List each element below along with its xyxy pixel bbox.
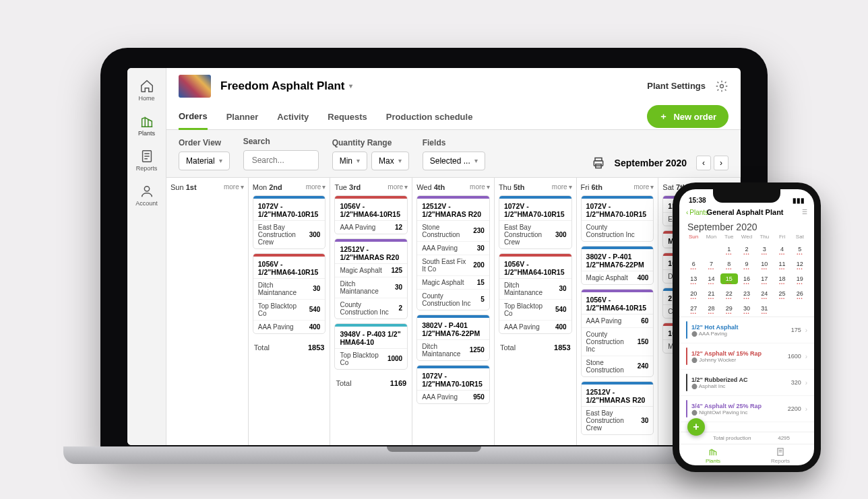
- nav-plants[interactable]: Plants: [127, 110, 166, 141]
- plant-picker[interactable]: Freedom Asphalt Plant ▾: [220, 79, 352, 93]
- order-card[interactable]: 1056V - 1/2"HMA64-10R15Ditch Maintanance…: [253, 253, 326, 334]
- phone-cal-day[interactable]: 29•••: [720, 303, 738, 314]
- phone-cal-day[interactable]: 7•••: [702, 259, 720, 269]
- phone-menu-icon[interactable]: ☰: [802, 209, 807, 215]
- nav-home[interactable]: Home: [127, 75, 166, 106]
- phone-cal-day[interactable]: 20•••: [685, 288, 702, 299]
- phone-cal-day[interactable]: 22•••: [720, 288, 738, 299]
- search-input[interactable]: [251, 155, 311, 166]
- phone-cal-day[interactable]: [685, 244, 702, 255]
- order-card[interactable]: 1056V - 1/2"HMA64-10R15AAA Paving12: [334, 195, 408, 234]
- nav-account[interactable]: Account: [127, 180, 166, 211]
- phone-cal-day[interactable]: 16•••: [738, 273, 755, 284]
- phone-title: General Asphalt Plant: [692, 208, 798, 216]
- phone-cal-day[interactable]: 26•••: [791, 288, 809, 299]
- new-order-label: New order: [673, 112, 716, 122]
- phone-footer-plants[interactable]: Plants: [679, 447, 747, 464]
- qty-min-select[interactable]: Min▾: [332, 152, 367, 170]
- phone-cal-day[interactable]: 13•••: [685, 273, 702, 284]
- tab-production-schedule[interactable]: Production schedule: [386, 105, 473, 129]
- order-view-label: Order View: [179, 138, 230, 147]
- search-label: Search: [243, 137, 319, 146]
- tab-activity[interactable]: Activity: [277, 105, 309, 129]
- phone-cal-day[interactable]: 5•••: [791, 244, 809, 255]
- phone-cal-day[interactable]: 6•••: [685, 259, 702, 269]
- phone-cal-day[interactable]: 25•••: [773, 288, 790, 299]
- phone-cal-day[interactable]: 27•••: [685, 303, 702, 314]
- phone-cal-day[interactable]: 24•••: [755, 288, 773, 299]
- plant-settings-link[interactable]: Plant Settings: [647, 81, 706, 91]
- reports-icon: [140, 149, 154, 164]
- phone-list-item[interactable]: 1/2" Hot Asphalt⬤ AAA Paving 175›: [679, 317, 814, 343]
- qty-max-select[interactable]: Max▾: [371, 152, 409, 170]
- phone-cal-day[interactable]: 8•••: [720, 259, 738, 269]
- phone-cal-day[interactable]: 14•••: [702, 273, 720, 284]
- order-card[interactable]: 3948V - P-403 1/2" HMA64-10Top Blacktop …: [334, 323, 408, 370]
- new-order-button[interactable]: ＋ New order: [647, 105, 728, 128]
- order-card[interactable]: 3802V - P-401 1/2"HMA76-22PMDitch Mainta…: [416, 314, 490, 361]
- fields-select[interactable]: Selected ...▾: [423, 152, 485, 170]
- day-more-button[interactable]: more ▾: [552, 183, 572, 191]
- prev-week-button[interactable]: ‹: [696, 156, 711, 170]
- phone-add-button[interactable]: +: [687, 418, 705, 436]
- phone-cal-day[interactable]: 21•••: [702, 288, 720, 299]
- phone-cal-day[interactable]: 17•••: [755, 273, 773, 284]
- phone-cal-day[interactable]: 19•••: [791, 273, 809, 284]
- phone-cal-day[interactable]: 11•••: [773, 259, 790, 269]
- phone-cal-day[interactable]: 12•••: [791, 259, 809, 269]
- day-header: Mon 2nd more ▾: [253, 180, 326, 195]
- phone-cal-day[interactable]: 9•••: [738, 259, 755, 269]
- day-more-button[interactable]: more ▾: [224, 183, 244, 191]
- phone-cal-day[interactable]: 15•••: [720, 273, 738, 284]
- day-more-button[interactable]: more ▾: [634, 183, 654, 191]
- month-label: September 2020: [615, 158, 687, 168]
- phone-cal-day[interactable]: [702, 244, 720, 255]
- phone-calendar[interactable]: SunMonTueWedThuFriSat1•••2•••3•••4•••5••…: [679, 234, 814, 314]
- phone-cal-day[interactable]: 31•••: [755, 303, 773, 314]
- phone-cal-day[interactable]: 4•••: [773, 244, 790, 255]
- order-card[interactable]: 1056V - 1/2"HMA64-10R15AAA Paving60Count…: [581, 289, 654, 377]
- phone-cal-day[interactable]: 2•••: [738, 244, 755, 255]
- day-header: Fri 6th more ▾: [581, 180, 654, 195]
- plants-icon: [140, 114, 154, 129]
- order-card[interactable]: 1072V - 1/2"HMA70-10R15East Bay Construc…: [499, 195, 572, 249]
- tab-requests[interactable]: Requests: [328, 105, 367, 129]
- phone-cal-day[interactable]: 10•••: [755, 259, 773, 269]
- phone-cal-day[interactable]: 30•••: [738, 303, 755, 314]
- tab-planner[interactable]: Planner: [226, 105, 259, 129]
- phone-cal-day[interactable]: [773, 303, 790, 314]
- order-card[interactable]: 12512V - 1/2"HMARAS R20Magic Asphalt125D…: [334, 238, 408, 319]
- day-column: Wed 4th more ▾ 12512V - 1/2"HMARAS R20St…: [412, 178, 495, 445]
- day-more-button[interactable]: more ▾: [306, 183, 326, 191]
- day-more-button[interactable]: more ▾: [388, 183, 408, 191]
- day-header: Thu 5th more ▾: [499, 180, 572, 195]
- order-card[interactable]: 1072V - 1/2"HMA70-10R15County Constructi…: [581, 195, 654, 242]
- order-card[interactable]: 1072V - 1/2"HMA70-10R15AAA Paving950: [416, 365, 490, 404]
- phone-cal-day[interactable]: 1•••: [720, 244, 738, 255]
- phone-list-item[interactable]: 1/2" Asphalt w/ 15% Rap⬤ Johnny Wocker 1…: [679, 343, 814, 370]
- order-card[interactable]: 1072V - 1/2"HMA70-10R15East Bay Construc…: [253, 195, 326, 249]
- day-column: Sun 1st more ▾: [166, 178, 249, 445]
- order-card[interactable]: 3802V - P-401 1/2"HMA76-22PMMagic Asphal…: [581, 246, 654, 285]
- print-icon[interactable]: [592, 156, 605, 170]
- day-header: Wed 4th more ▾: [416, 180, 490, 195]
- phone-list-item[interactable]: 1/2" Rubberized AC⬤ Asphalt Inc 320›: [679, 370, 814, 396]
- phone-cal-day[interactable]: 28•••: [702, 303, 720, 314]
- tab-orders[interactable]: Orders: [179, 104, 208, 130]
- order-card[interactable]: 12512V - 1/2"HMARAS R20East Bay Construc…: [581, 381, 654, 435]
- order-view-select[interactable]: Material▾: [179, 152, 230, 170]
- phone-footer-reports[interactable]: Reports: [747, 447, 814, 464]
- day-more-button[interactable]: more ▾: [470, 183, 490, 191]
- next-week-button[interactable]: ›: [714, 156, 728, 170]
- fields-label: Fields: [423, 138, 485, 147]
- order-card[interactable]: 12512V - 1/2"HMARAS R20Stone Constructio…: [416, 195, 490, 310]
- phone-cal-day[interactable]: 23•••: [738, 288, 755, 299]
- gear-icon[interactable]: [715, 79, 728, 93]
- nav-reports[interactable]: Reports: [127, 145, 166, 176]
- phone-cal-day[interactable]: 18•••: [773, 273, 790, 284]
- phone-cal-day[interactable]: [791, 303, 809, 314]
- day-total: Total1169: [334, 374, 408, 389]
- nav-reports-label: Reports: [136, 165, 158, 172]
- order-card[interactable]: 1056V - 1/2"HMA64-10R15Ditch Maintanance…: [499, 253, 572, 334]
- phone-cal-day[interactable]: 3•••: [755, 244, 773, 255]
